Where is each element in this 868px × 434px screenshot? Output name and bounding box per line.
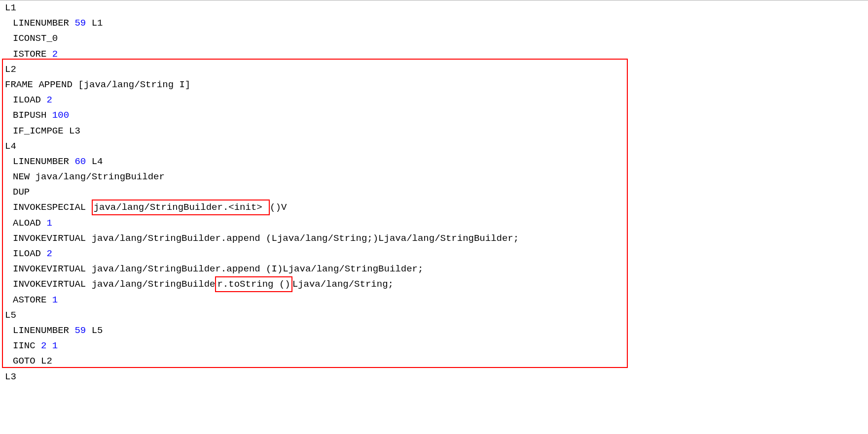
bytecode-line: ALOAD 1 [0, 216, 868, 231]
bytecode-line: INVOKEVIRTUAL java/lang/StringBuilder.ap… [0, 231, 868, 246]
bytecode-line: FRAME APPEND [java/lang/String I] [0, 77, 868, 93]
bytecode-line: BIPUSH 100 [0, 108, 868, 123]
number-literal: 2 [41, 340, 46, 351]
number-literal: 1 [46, 218, 52, 229]
bytecode-line: ILOAD 2 [0, 93, 868, 108]
bytecode-line: IINC 2 1 [0, 338, 868, 354]
bytecode-line: ASTORE 1 [0, 293, 868, 308]
bytecode-line: L5 [0, 308, 868, 323]
bytecode-listing: L1LINENUMBER 59 L1ICONST_0ISTORE 2L2FRAM… [0, 0, 868, 385]
highlight-inline: r.toString () [215, 276, 292, 292]
number-literal: 60 [74, 156, 86, 167]
bytecode-line: ISTORE 2 [0, 47, 868, 62]
bytecode-line: ICONST_0 [0, 31, 868, 46]
highlight-inline: java/lang/StringBuilder.<init> [92, 200, 270, 215]
number-literal: 100 [52, 110, 69, 121]
bytecode-line: NEW java/lang/StringBuilder [0, 169, 868, 185]
bytecode-line: L4 [0, 139, 868, 154]
bytecode-line: LINENUMBER 60 L4 [0, 154, 868, 169]
bytecode-line: INVOKEVIRTUAL java/lang/StringBuilder.to… [0, 277, 868, 292]
number-literal: 2 [46, 248, 52, 259]
number-literal: 1 [52, 340, 58, 351]
bytecode-line: L1 [0, 0, 868, 16]
bytecode-line: L2 [0, 62, 868, 77]
number-literal: 59 [74, 18, 86, 29]
bytecode-line: LINENUMBER 59 L5 [0, 323, 868, 338]
number-literal: 2 [46, 95, 52, 105]
bytecode-line: DUP [0, 185, 868, 200]
number-literal: 1 [52, 295, 58, 305]
number-literal: 2 [52, 49, 58, 60]
number-literal: 59 [74, 325, 86, 336]
bytecode-line: ILOAD 2 [0, 246, 868, 262]
bytecode-line: L3 [0, 369, 868, 385]
bytecode-line: INVOKESPECIAL java/lang/StringBuilder.<i… [0, 200, 868, 215]
bytecode-line: IF_ICMPGE L3 [0, 124, 868, 139]
bytecode-line: LINENUMBER 59 L1 [0, 16, 868, 31]
bytecode-line: INVOKEVIRTUAL java/lang/StringBuilder.ap… [0, 262, 868, 277]
bytecode-line: GOTO L2 [0, 354, 868, 369]
